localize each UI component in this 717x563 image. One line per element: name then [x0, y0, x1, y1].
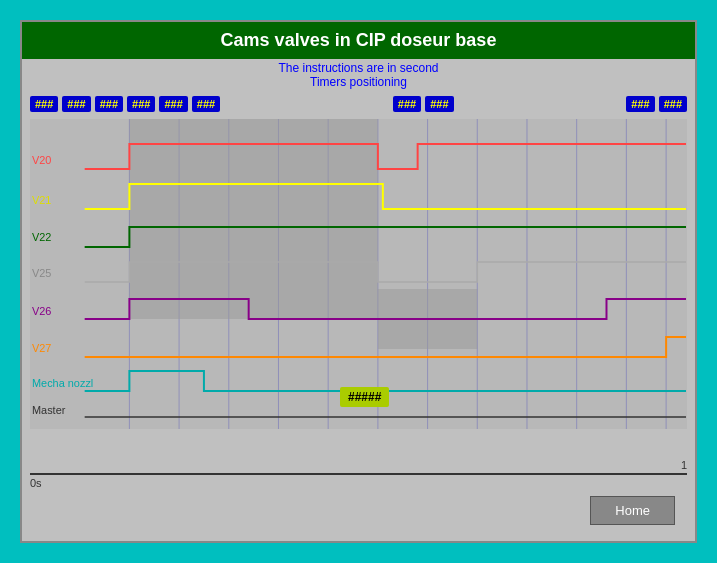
- time-axis-line: 1: [30, 473, 687, 475]
- master-badge: #####: [340, 387, 389, 407]
- svg-text:V22: V22: [32, 231, 51, 243]
- svg-text:V27: V27: [32, 342, 51, 354]
- svg-text:Mecha nozzl: Mecha nozzl: [32, 377, 93, 389]
- title-text: Cams valves in CIP doseur base: [221, 30, 497, 50]
- subtitle2: Timers positioning: [22, 75, 695, 89]
- timer-badge-l1: ###: [30, 96, 58, 112]
- timer-badge-l2: ###: [62, 96, 90, 112]
- timer-badge-l5: ###: [159, 96, 187, 112]
- timer-badge-r2: ###: [659, 96, 687, 112]
- svg-rect-13: [129, 119, 377, 319]
- chart-area: V20 V21 V22 V25 V26 V27 Mecha nozzl Mast…: [30, 119, 687, 429]
- bottom-bar: 1 0s: [30, 473, 687, 489]
- svg-text:V21: V21: [32, 194, 51, 206]
- title-bar: Cams valves in CIP doseur base: [22, 22, 695, 59]
- chart-svg: V20 V21 V22 V25 V26 V27 Mecha nozzl Mast…: [30, 119, 687, 429]
- time-start: 0s: [30, 477, 687, 489]
- timer-badge-l6: ###: [192, 96, 220, 112]
- home-button[interactable]: Home: [590, 496, 675, 525]
- timer-badge-r1: ###: [626, 96, 654, 112]
- timer-badge-l4: ###: [127, 96, 155, 112]
- svg-text:V25: V25: [32, 267, 51, 279]
- main-panel: Cams valves in CIP doseur base The instr…: [20, 20, 697, 543]
- svg-text:V26: V26: [32, 305, 51, 317]
- svg-text:Master: Master: [32, 404, 66, 416]
- subtitle1: The instructions are in second: [22, 61, 695, 75]
- timer-badge-m2: ###: [425, 96, 453, 112]
- svg-text:V20: V20: [32, 154, 51, 166]
- timer-badge-l3: ###: [95, 96, 123, 112]
- timer-row: ### ### ### ### ### ### ### ### ### ###: [22, 89, 695, 119]
- timer-badge-m1: ###: [393, 96, 421, 112]
- time-end: 1: [681, 459, 687, 471]
